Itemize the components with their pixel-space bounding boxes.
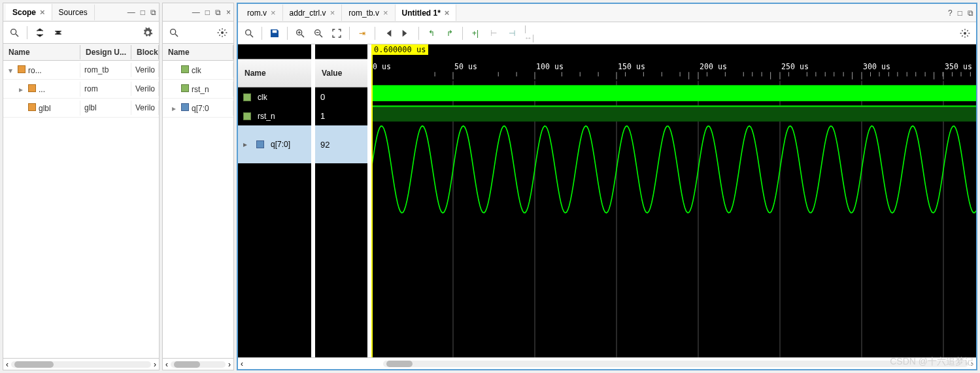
objects-scrollbar[interactable]: ‹ › bbox=[163, 358, 233, 370]
close-icon[interactable]: × bbox=[330, 8, 335, 18]
svg-text:250 us: 250 us bbox=[781, 62, 809, 71]
svg-text:350 us: 350 us bbox=[945, 62, 972, 71]
tab-scope[interactable]: Scope× bbox=[6, 4, 52, 20]
editor-tabbar: rom.v×addr_ctrl.v×rom_tb.v×Untitled 1*× … bbox=[238, 4, 976, 22]
tab-untitled-1-[interactable]: Untitled 1*× bbox=[396, 5, 457, 21]
tab-addr-ctrl-v[interactable]: addr_ctrl.v× bbox=[283, 5, 343, 21]
scope-panel: Scope× Sources — □ ⧉ Name Design U... Bl… bbox=[3, 3, 160, 370]
scroll-left-icon[interactable]: ‹ bbox=[6, 360, 8, 369]
cursor-line[interactable] bbox=[371, 44, 373, 357]
tab-sources[interactable]: Sources bbox=[52, 5, 95, 20]
signal-value-row: 0 bbox=[315, 88, 367, 106]
scope-scrollbar[interactable]: ‹ › bbox=[3, 358, 159, 370]
close-icon[interactable]: × bbox=[383, 8, 388, 18]
prev-marker-icon[interactable]: ⊢ bbox=[488, 27, 499, 39]
svg-line-8 bbox=[301, 35, 304, 37]
popout-icon[interactable]: ⧉ bbox=[968, 8, 973, 18]
popout-icon[interactable]: ⧉ bbox=[150, 8, 156, 17]
maximize-icon[interactable]: □ bbox=[205, 8, 210, 17]
list-item[interactable]: rst_n bbox=[163, 80, 233, 99]
objects-panel: — □ ⧉ × Name clkrst_n▸q[7:0 ‹ › bbox=[162, 3, 234, 370]
gear-icon[interactable] bbox=[216, 27, 228, 39]
minimize-icon[interactable]: — bbox=[127, 8, 135, 17]
scope-tabbar: Scope× Sources — □ ⧉ bbox=[3, 3, 159, 22]
signal-value-row: 1 bbox=[315, 106, 367, 125]
save-icon[interactable] bbox=[269, 27, 280, 39]
svg-line-6 bbox=[250, 35, 253, 37]
svg-text:100 us: 100 us bbox=[536, 62, 564, 71]
objects-tree: clkrst_n▸q[7:0 bbox=[163, 61, 233, 358]
scroll-left-icon[interactable]: ‹ bbox=[241, 359, 243, 368]
wave-value-header[interactable]: Value bbox=[315, 59, 367, 88]
waveform-canvas[interactable]: 0.600000 us 0 us50 us100 us150 us200 us2… bbox=[371, 44, 976, 357]
col-block[interactable]: Block bbox=[131, 45, 159, 59]
waveform-scrollbar[interactable]: ‹ › bbox=[238, 357, 976, 369]
objects-header-row: Name bbox=[163, 44, 233, 61]
gear-icon[interactable] bbox=[959, 27, 971, 39]
popout-icon[interactable]: ⧉ bbox=[215, 8, 221, 17]
close-icon[interactable]: × bbox=[445, 8, 450, 18]
cursor-label: 0.600000 us bbox=[371, 44, 428, 55]
search-icon[interactable] bbox=[8, 27, 20, 39]
go-start-icon[interactable] bbox=[382, 27, 394, 39]
search-icon[interactable] bbox=[168, 27, 180, 39]
svg-rect-111 bbox=[371, 85, 976, 101]
scroll-left-icon[interactable]: ‹ bbox=[165, 360, 168, 369]
col-name[interactable]: Name bbox=[163, 45, 233, 59]
svg-line-12 bbox=[320, 35, 322, 37]
scope-header-row: Name Design U... Block bbox=[3, 44, 159, 61]
list-item[interactable]: ▸q[7:0 bbox=[163, 99, 233, 118]
col-name[interactable]: Name bbox=[3, 45, 80, 59]
svg-point-0 bbox=[11, 29, 16, 34]
svg-text:0 us: 0 us bbox=[373, 62, 391, 71]
next-transition-icon[interactable]: ↱ bbox=[444, 27, 456, 39]
scope-toolbar bbox=[3, 22, 159, 44]
tab-rom-tb-v[interactable]: rom_tb.v× bbox=[342, 5, 395, 21]
waveform-body: Name clkrst_n▸q[7:0] Value 0192 0.600000… bbox=[238, 44, 976, 357]
zoom-fit-icon[interactable] bbox=[331, 27, 343, 39]
gear-icon[interactable] bbox=[142, 27, 154, 39]
svg-point-5 bbox=[246, 29, 251, 35]
scroll-right-icon[interactable]: › bbox=[154, 360, 156, 369]
svg-text:50 us: 50 us bbox=[454, 62, 477, 71]
svg-text:150 us: 150 us bbox=[618, 62, 645, 71]
table-row[interactable]: ▸...romVerilo bbox=[3, 80, 159, 99]
collapse-all-icon[interactable] bbox=[34, 27, 46, 39]
scroll-right-icon[interactable]: › bbox=[228, 360, 231, 369]
zoom-in-icon[interactable] bbox=[294, 27, 306, 39]
prev-transition-icon[interactable]: ↰ bbox=[426, 27, 437, 39]
col-design-unit[interactable]: Design U... bbox=[80, 45, 131, 59]
signal-name-row[interactable]: clk bbox=[238, 88, 311, 106]
add-marker-icon[interactable]: +| bbox=[469, 27, 481, 39]
list-item[interactable]: clk bbox=[163, 61, 233, 80]
svg-text:300 us: 300 us bbox=[863, 62, 890, 71]
wave-name-col: Name clkrst_n▸q[7:0] bbox=[238, 44, 315, 357]
close-icon[interactable]: × bbox=[271, 8, 276, 18]
signal-name-row[interactable]: rst_n bbox=[238, 106, 311, 125]
scope-tree: ▾ro...rom_tbVerilo▸...romVeriloglblglblV… bbox=[3, 61, 159, 358]
table-row[interactable]: ▾ro...rom_tbVerilo bbox=[3, 61, 159, 80]
zoom-out-icon[interactable] bbox=[313, 27, 324, 39]
svg-point-2 bbox=[171, 29, 176, 34]
waveform-toolbar: ⇥ ↰ ↱ +| ⊢ ⊣ |↔| bbox=[238, 22, 976, 44]
go-end-icon[interactable] bbox=[400, 27, 412, 39]
svg-point-14 bbox=[964, 32, 966, 35]
swap-marker-icon[interactable]: |↔| bbox=[524, 27, 536, 39]
search-icon[interactable] bbox=[243, 27, 255, 39]
minimize-icon[interactable]: — bbox=[192, 8, 200, 17]
svg-rect-112 bbox=[371, 106, 976, 122]
close-icon[interactable]: × bbox=[40, 7, 45, 17]
wave-name-header[interactable]: Name bbox=[238, 59, 311, 88]
goto-cursor-icon[interactable]: ⇥ bbox=[356, 27, 368, 39]
expand-all-icon[interactable] bbox=[52, 27, 64, 39]
tab-rom-v[interactable]: rom.v× bbox=[241, 5, 283, 21]
table-row[interactable]: glblglblVerilo bbox=[3, 99, 159, 118]
close-icon[interactable]: × bbox=[226, 8, 231, 17]
watermark: CSDN @十六追梦记 bbox=[890, 356, 973, 368]
signal-name-row[interactable]: ▸q[7:0] bbox=[238, 125, 311, 163]
maximize-icon[interactable]: □ bbox=[141, 8, 145, 17]
next-marker-icon[interactable]: ⊣ bbox=[506, 27, 518, 39]
svg-line-3 bbox=[175, 34, 178, 37]
help-icon[interactable]: ? bbox=[948, 8, 953, 18]
maximize-icon[interactable]: □ bbox=[958, 8, 962, 18]
